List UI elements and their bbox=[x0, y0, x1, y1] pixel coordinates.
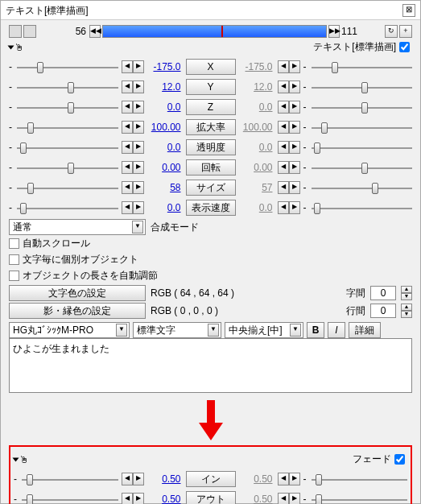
value-left[interactable]: 0.0 bbox=[147, 142, 183, 153]
fade-label-button[interactable]: イン bbox=[186, 471, 236, 487]
line-spacing-up[interactable]: ▲ bbox=[401, 304, 412, 311]
spin-left-0-dec[interactable]: ◀ bbox=[122, 60, 133, 73]
slider-left-6[interactable] bbox=[17, 180, 118, 195]
slider-left-0[interactable] bbox=[17, 60, 118, 74]
value-right[interactable]: 12.0 bbox=[239, 81, 274, 93]
value-left[interactable]: 58 bbox=[147, 182, 183, 193]
fade-label-button[interactable]: アウト bbox=[186, 491, 236, 505]
value-left[interactable]: 0.0 bbox=[147, 202, 183, 213]
char-spacing-up[interactable]: ▲ bbox=[401, 286, 412, 293]
fade-slider-right-1[interactable] bbox=[312, 492, 408, 505]
param-label-button[interactable]: Y bbox=[186, 79, 236, 95]
spin-left-3-inc[interactable]: ▶ bbox=[133, 121, 144, 134]
detail-button[interactable]: 詳細 bbox=[349, 322, 381, 338]
fade-spin-left-1-inc[interactable]: ▶ bbox=[133, 493, 144, 505]
param-label-button[interactable]: 拡大率 bbox=[186, 119, 236, 135]
spin-left-1-inc[interactable]: ▶ bbox=[133, 81, 144, 93]
spin-right-4-inc[interactable]: ▶ bbox=[289, 141, 300, 154]
value-left[interactable]: 0.00 bbox=[147, 162, 183, 173]
spin-right-2-dec[interactable]: ◀ bbox=[278, 101, 289, 114]
value-right[interactable]: 57 bbox=[239, 182, 274, 193]
fade-slider-right-0[interactable] bbox=[312, 472, 408, 486]
slider-right-5[interactable] bbox=[312, 160, 413, 175]
spin-left-2-inc[interactable]: ▶ bbox=[133, 101, 144, 114]
value-right[interactable]: -175.0 bbox=[239, 61, 274, 72]
char-spacing-down[interactable]: ▼ bbox=[401, 293, 412, 300]
spin-left-4-dec[interactable]: ◀ bbox=[122, 141, 133, 154]
line-spacing-input[interactable]: 0 bbox=[370, 304, 396, 318]
line-spacing-down[interactable]: ▼ bbox=[401, 311, 412, 318]
param-label-button[interactable]: X bbox=[186, 59, 236, 75]
spin-left-5-dec[interactable]: ◀ bbox=[122, 161, 133, 174]
perchar-checkbox[interactable] bbox=[9, 254, 19, 265]
slider-left-3[interactable] bbox=[17, 120, 118, 134]
spin-right-0-dec[interactable]: ◀ bbox=[278, 60, 289, 73]
spin-right-2-inc[interactable]: ▶ bbox=[289, 101, 300, 114]
collapse-icon[interactable] bbox=[13, 457, 19, 461]
fade-spin-left-0-dec[interactable]: ◀ bbox=[122, 473, 133, 485]
fade-slider-left-1[interactable] bbox=[22, 492, 118, 505]
spin-left-6-dec[interactable]: ◀ bbox=[122, 181, 133, 194]
fade-spin-right-1-dec[interactable]: ◀ bbox=[278, 493, 289, 505]
spin-left-0-inc[interactable]: ▶ bbox=[133, 60, 144, 73]
slider-right-1[interactable] bbox=[312, 80, 413, 94]
spin-right-1-inc[interactable]: ▶ bbox=[289, 81, 300, 93]
slider-right-3[interactable] bbox=[312, 120, 413, 134]
param-label-button[interactable]: 回転 bbox=[186, 159, 236, 176]
fade-spin-right-1-inc[interactable]: ▶ bbox=[289, 493, 300, 505]
fade-enabled-checkbox[interactable] bbox=[394, 454, 405, 465]
spin-right-7-dec[interactable]: ◀ bbox=[278, 201, 289, 214]
spin-right-7-inc[interactable]: ▶ bbox=[289, 201, 300, 214]
spin-left-7-dec[interactable]: ◀ bbox=[122, 201, 133, 214]
shadow-color-button[interactable]: 影・縁色の設定 bbox=[9, 303, 146, 319]
next-frame-button[interactable]: ▶▶ bbox=[328, 25, 340, 38]
spin-left-4-inc[interactable]: ▶ bbox=[133, 141, 144, 154]
char-spacing-input[interactable]: 0 bbox=[370, 286, 396, 300]
bold-button[interactable]: B bbox=[307, 322, 324, 338]
fade-spin-left-1-dec[interactable]: ◀ bbox=[122, 493, 133, 505]
fade-slider-left-0[interactable] bbox=[22, 472, 118, 486]
spin-right-6-inc[interactable]: ▶ bbox=[289, 181, 300, 194]
value-left[interactable]: 12.0 bbox=[147, 81, 183, 93]
slider-right-2[interactable] bbox=[312, 100, 413, 114]
spin-left-2-dec[interactable]: ◀ bbox=[122, 101, 133, 114]
text-input[interactable] bbox=[9, 338, 412, 393]
slider-left-2[interactable] bbox=[17, 100, 118, 114]
fade-value-left[interactable]: 0.50 bbox=[147, 494, 183, 505]
slider-right-7[interactable] bbox=[312, 200, 413, 215]
autoscroll-checkbox[interactable] bbox=[9, 238, 19, 249]
slider-right-4[interactable] bbox=[312, 140, 413, 155]
spin-left-5-inc[interactable]: ▶ bbox=[133, 161, 144, 174]
spin-right-0-inc[interactable]: ▶ bbox=[289, 60, 300, 73]
slider-left-1[interactable] bbox=[17, 80, 118, 94]
slider-right-0[interactable] bbox=[312, 60, 413, 74]
value-left[interactable]: 100.00 bbox=[147, 122, 183, 133]
spin-right-4-dec[interactable]: ◀ bbox=[278, 141, 289, 154]
refresh-button[interactable]: ↻ bbox=[385, 25, 398, 38]
value-right[interactable]: 0.00 bbox=[239, 162, 274, 173]
italic-button[interactable]: I bbox=[328, 322, 345, 338]
slider-left-5[interactable] bbox=[17, 160, 118, 175]
tool-icon-2[interactable] bbox=[23, 25, 36, 38]
spin-right-5-inc[interactable]: ▶ bbox=[289, 161, 300, 174]
value-right[interactable]: 0.0 bbox=[239, 202, 274, 213]
text-color-button[interactable]: 文字色の設定 bbox=[9, 285, 146, 301]
prev-frame-button[interactable]: ◀◀ bbox=[89, 25, 101, 38]
fade-spin-left-0-inc[interactable]: ▶ bbox=[133, 473, 144, 485]
param-label-button[interactable]: 表示速度 bbox=[186, 200, 236, 216]
param-label-button[interactable]: サイズ bbox=[186, 180, 236, 196]
spin-right-6-dec[interactable]: ◀ bbox=[278, 181, 289, 194]
spin-left-1-dec[interactable]: ◀ bbox=[122, 81, 133, 93]
value-left[interactable]: -175.0 bbox=[147, 61, 183, 72]
spin-left-3-dec[interactable]: ◀ bbox=[122, 121, 133, 134]
font-select[interactable]: HG丸ｺﾞｼｯｸM-PRO▼ bbox=[9, 322, 130, 338]
align-select[interactable]: 中央揃え[中]▼ bbox=[225, 322, 303, 338]
timeline-bar[interactable] bbox=[102, 25, 327, 38]
param-label-button[interactable]: 透明度 bbox=[186, 139, 236, 155]
fade-spin-right-0-inc[interactable]: ▶ bbox=[289, 473, 300, 485]
spin-left-6-inc[interactable]: ▶ bbox=[133, 181, 144, 194]
collapse-icon[interactable] bbox=[8, 45, 14, 49]
tool-icon-1[interactable] bbox=[9, 25, 22, 38]
spin-right-3-inc[interactable]: ▶ bbox=[289, 121, 300, 134]
value-right[interactable]: 0.0 bbox=[239, 101, 274, 113]
